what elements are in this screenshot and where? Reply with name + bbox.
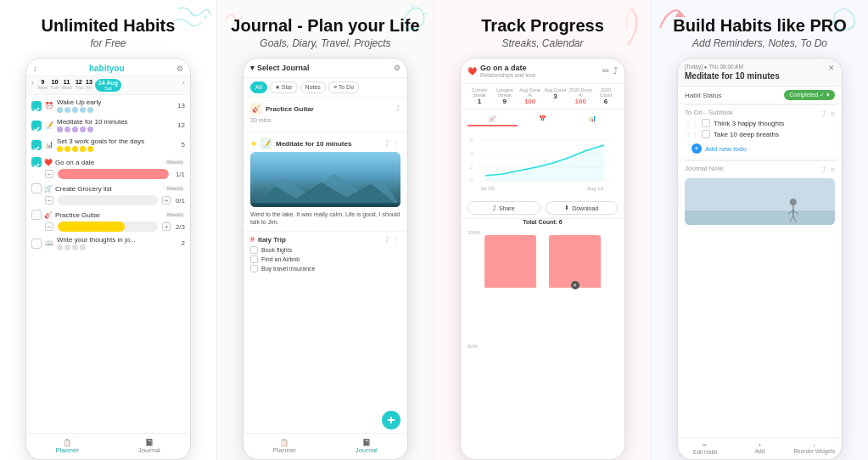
footer-planner-2[interactable]: 📋 Planner — [244, 437, 326, 456]
fab-button[interactable] — [382, 411, 400, 429]
habit-grocery[interactable]: 🛒 Create Grocery list Weekly − + 0/1 — [31, 183, 185, 205]
plus-btn-6[interactable]: + — [162, 222, 171, 231]
date-thu[interactable]: 12Thu — [75, 79, 83, 92]
heart-icon: ❤️ — [468, 67, 477, 76]
more-icon-italy[interactable]: ⋮ — [393, 235, 400, 244]
next-arrow[interactable]: › — [182, 79, 185, 92]
share-icon-note[interactable]: ⤴ — [822, 165, 826, 174]
download-btn[interactable]: ⬇ Download — [546, 201, 619, 215]
habit-check-4[interactable] — [31, 157, 42, 167]
phone-mock-1: ↕ habityou ⚙ ‹ 9Mon 10Tue 11Wed 12Thu 13… — [25, 58, 191, 460]
add-btn[interactable]: + Add — [732, 440, 787, 457]
todo-checkbox-pro-2[interactable] — [702, 130, 710, 138]
footer-journal-2[interactable]: 📓 Journal — [326, 437, 408, 456]
habit-name-7: Write your thoughts in jo... — [57, 236, 170, 244]
panel1-subtitle: for Free — [90, 37, 126, 49]
todo-book-flights[interactable]: Book flights — [250, 246, 400, 254]
habit-wake-up[interactable]: ⏰ Wake Up early 13 — [31, 98, 185, 113]
todo-checkbox-pro-1[interactable] — [702, 119, 710, 127]
menu-icon-todo[interactable]: ≡ — [831, 109, 835, 118]
filter-todo[interactable]: ≡ To Do — [328, 81, 359, 93]
chart-tab-calendar[interactable]: 📅 — [518, 113, 568, 126]
footer-planner-1[interactable]: 📋 Planner — [26, 437, 109, 456]
date-fri[interactable]: 13Fri — [86, 79, 92, 92]
svg-text:2: 2 — [470, 165, 473, 170]
journal-note-section: Journal Note ⤴ ≡ — [678, 161, 842, 437]
weekly-badge-4: Weekly — [165, 160, 185, 165]
close-icon[interactable]: ✕ — [828, 64, 835, 72]
star-icon-meditate[interactable]: ★ — [250, 139, 257, 148]
close-dot[interactable]: ✕ — [571, 281, 580, 289]
weekly-badge-5: Weekly — [165, 186, 185, 191]
habit-guitar[interactable]: 🎸 Practice Guitar Weekly − + 2/3 — [31, 210, 185, 232]
habit-check-7[interactable] — [31, 238, 42, 249]
share-icon-meditate[interactable]: ⤴ — [385, 139, 389, 148]
share-icon-italy[interactable]: ⤴ — [385, 235, 389, 244]
edit-icon[interactable]: ✏ — [602, 66, 609, 76]
checkbox-airbnb[interactable] — [250, 255, 258, 263]
settings-icon[interactable]: ⚙ — [176, 65, 183, 73]
track-category: Relationships and love — [480, 72, 535, 78]
stat-current-streak: Current Streak 1 — [468, 87, 491, 105]
journal-header: ▾ Select Journal ⚙ — [244, 59, 407, 78]
panel-habits: Unlimited Habits for Free ↕ habityou ⚙ ‹… — [0, 0, 217, 460]
reorder-btn[interactable]: ↕ Reorder Widgets — [787, 440, 842, 457]
chart-tab-line[interactable]: 📈 — [468, 113, 518, 126]
share-icon-guitar[interactable]: ⤴ — [396, 104, 400, 113]
habit-status-label: Habit Status — [685, 92, 722, 99]
plus-btn-5[interactable]: + — [162, 196, 171, 205]
minus-btn-5[interactable]: − — [45, 196, 53, 205]
habit-count-2: 12 — [173, 121, 185, 129]
filter-notes[interactable]: Notes — [300, 81, 326, 93]
todo-airbnb[interactable]: Find an Airbnb — [250, 255, 400, 263]
panel2-subtitle: Goals, Diary, Travel, Projects — [260, 37, 390, 49]
checkbox-insurance[interactable] — [250, 265, 258, 272]
date-tue[interactable]: 10Tue — [50, 79, 59, 92]
habit-check-2[interactable] — [31, 121, 42, 131]
journal-note-header: Journal Note — [685, 165, 723, 172]
habit-check-6[interactable] — [31, 210, 42, 220]
habit-check-5[interactable] — [31, 183, 42, 194]
checkbox-flights[interactable] — [250, 246, 258, 254]
date-wed[interactable]: 11Wed — [61, 79, 71, 92]
date-sat-active[interactable]: 14 AugSat — [95, 79, 121, 92]
habit-journal[interactable]: 📖 Write your thoughts in jo... 2 — [31, 236, 185, 250]
more-icon-meditate[interactable]: ⋮ — [393, 139, 400, 148]
todo-pro-item-1[interactable]: ⋮⋮ Think 3 happy thoughts — [685, 119, 835, 127]
habit-work-goals[interactable]: 📊 Set 3 work goals for the days 5 — [31, 137, 185, 152]
todo-pro-item-2[interactable]: ⋮⋮ Take 10 deep breaths — [685, 130, 835, 138]
share-btn[interactable]: ⤴ Share — [468, 201, 540, 215]
panel4-title: Build Habits like PRO — [673, 15, 846, 36]
habit-name-6: Practice Guitar — [55, 211, 162, 219]
sort-icon[interactable]: ↕ — [33, 65, 37, 73]
chart-tab-bar[interactable]: 📊 — [568, 113, 618, 126]
habit-count-7: 2 — [173, 239, 185, 247]
minus-btn-4[interactable]: − — [45, 170, 53, 178]
habit-check-3[interactable] — [31, 140, 42, 150]
journal-settings-icon[interactable]: ⚙ — [394, 64, 400, 72]
habit-date[interactable]: ❤️ Go on a date Weekly − 1/1 — [31, 157, 185, 179]
habit-count-5: 0/1 — [173, 197, 185, 205]
date-mon[interactable]: 9Mon — [38, 79, 48, 92]
share-icon-todo[interactable]: ⤴ — [822, 109, 826, 118]
add-todo-row[interactable]: + Add new todo — [685, 141, 835, 156]
entry-title-meditate: ★ 📝 Meditate for 10 minutes ⤴ ⋮ — [250, 137, 400, 149]
prev-arrow[interactable]: ‹ — [31, 79, 34, 92]
filter-all[interactable]: All — [250, 81, 267, 93]
habit-meditate[interactable]: 📝 Meditate for 10 minutes 12 — [31, 118, 185, 132]
reorder-label: Reorder Widgets — [787, 448, 842, 454]
footer-journal-1[interactable]: 📓 Journal — [109, 437, 191, 456]
menu-icon-note[interactable]: ≡ — [831, 165, 835, 174]
status-badge[interactable]: Completed ✓ ▾ — [784, 90, 835, 100]
minus-btn-6[interactable]: − — [45, 222, 53, 231]
filter-star[interactable]: ★ Star — [270, 81, 298, 93]
habit-check-1[interactable] — [31, 101, 42, 111]
todo-insurance[interactable]: Buy travel insurance — [250, 265, 400, 272]
edit-habit-btn[interactable]: ✏ Edit Habit — [678, 440, 732, 457]
phone-footer-2: 📋 Planner 📓 Journal — [244, 433, 407, 459]
journal-select-btn[interactable]: ▾ Select Journal — [250, 64, 310, 72]
share-icon-track[interactable]: ⤴ — [613, 66, 618, 76]
habit-dots-7 — [57, 244, 170, 250]
drag-handle-1: ⋮⋮ — [685, 120, 698, 127]
pro-habit-name: Meditate for 10 minutes — [685, 71, 823, 81]
